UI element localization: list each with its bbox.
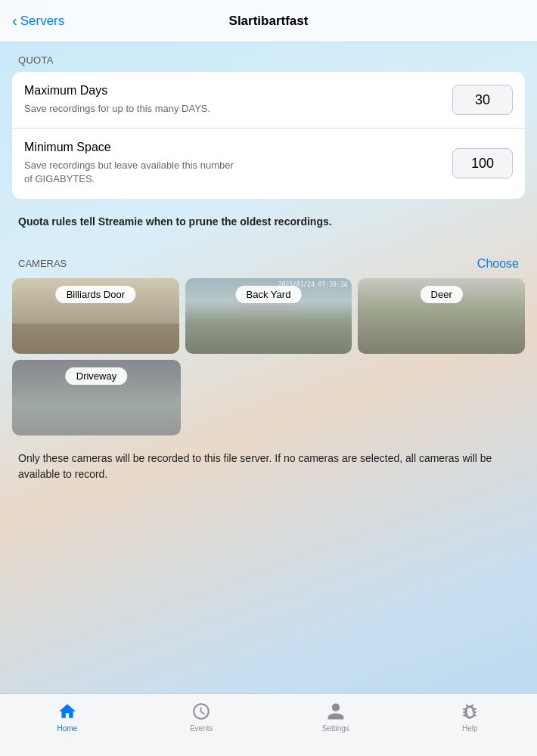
clock-icon <box>191 702 211 721</box>
tab-help[interactable]: Help <box>403 702 538 733</box>
tab-home[interactable]: Home <box>0 702 135 733</box>
camera-label: Back Yard <box>236 286 302 303</box>
min-space-desc: Save recordings but leave available this… <box>24 159 236 186</box>
camera-back-yard[interactable]: 2021/01/24 07:39:34 Back Yard <box>185 278 352 354</box>
camera-label: Driveway <box>66 367 127 385</box>
camera-billiards-door[interactable]: Billiards Door <box>12 278 179 354</box>
camera-deer[interactable]: Deer <box>358 278 525 354</box>
max-days-desc: Save recordings for up to this many DAYS… <box>24 102 210 116</box>
main-content: QUOTA Maximum Days Save recordings for u… <box>0 42 537 693</box>
tab-settings-label: Settings <box>322 724 349 733</box>
tab-bar: Home Events Settings Help <box>0 693 537 756</box>
back-button[interactable]: ‹ Servers <box>12 14 64 29</box>
min-space-input[interactable]: 100 <box>452 148 513 178</box>
max-days-input[interactable]: 30 <box>452 85 513 115</box>
camera-label: Deer <box>421 286 463 303</box>
min-space-text: Minimum Space Save recordings but leave … <box>24 141 236 186</box>
camera-bottom-row: Driveway <box>12 360 525 435</box>
home-icon <box>57 702 77 721</box>
camera-label: Billiards Door <box>56 286 135 303</box>
person-icon <box>326 702 346 721</box>
page-title: Slartibartfast <box>229 14 309 29</box>
tab-settings[interactable]: Settings <box>268 702 403 733</box>
max-days-card: Maximum Days Save recordings for up to t… <box>12 72 525 129</box>
cameras-info: Only these cameras will be recorded to t… <box>12 442 525 494</box>
back-label: Servers <box>20 14 65 29</box>
max-days-row: Maximum Days Save recordings for up to t… <box>24 84 513 116</box>
tab-events-label: Events <box>190 724 213 733</box>
quota-section-header: QUOTA <box>12 42 525 72</box>
bug-icon <box>460 702 480 721</box>
tab-home-label: Home <box>57 724 77 733</box>
chevron-left-icon: ‹ <box>12 13 17 28</box>
camera-driveway[interactable]: Driveway <box>12 360 181 435</box>
cameras-title: CAMERAS <box>18 258 67 269</box>
max-days-text: Maximum Days Save recordings for up to t… <box>24 84 210 116</box>
min-space-label: Minimum Space <box>24 141 236 154</box>
quota-info: Quota rules tell Streamie when to prune … <box>12 205 525 245</box>
cameras-section-header: CAMERAS Choose <box>12 245 525 278</box>
camera-grid: Billiards Door 2021/01/24 07:39:34 Back … <box>12 278 525 354</box>
tab-help-label: Help <box>462 724 478 733</box>
max-days-label: Maximum Days <box>24 84 210 98</box>
navigation-bar: ‹ Servers Slartibartfast <box>0 0 537 42</box>
cameras-choose-button[interactable]: Choose <box>477 257 519 271</box>
quota-cards-group: Maximum Days Save recordings for up to t… <box>12 72 525 199</box>
min-space-row: Minimum Space Save recordings but leave … <box>24 141 513 186</box>
min-space-card: Minimum Space Save recordings but leave … <box>12 129 525 198</box>
tab-events[interactable]: Events <box>135 702 269 733</box>
